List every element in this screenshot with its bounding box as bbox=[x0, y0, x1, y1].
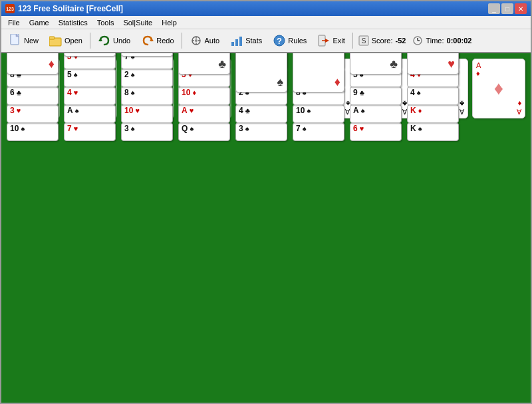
svg-marker-6 bbox=[98, 38, 102, 41]
new-icon bbox=[9, 34, 22, 47]
playing-card[interactable]: K ♠ bbox=[407, 122, 459, 141]
score-icon: S bbox=[358, 35, 369, 46]
menu-game[interactable]: Game bbox=[25, 17, 53, 28]
playing-card[interactable]: 6 ♥ bbox=[350, 122, 402, 141]
playing-card[interactable]: 5 ♠ bbox=[64, 69, 116, 87]
tableau-column-2: 7 ♥ A ♠ 4 ♥ 5 ♠ J ♥ K ♠ 9 ♠ 6 ♣ ♣ bbox=[64, 122, 117, 397]
tableau-column-1: 10 ♠ 3 ♥ 6 ♣ 8 ♣ 9 ♥ 8 ♠ 2 ♦ ♦ bbox=[7, 122, 60, 397]
undo-button[interactable]: Undo bbox=[93, 31, 135, 50]
playing-card[interactable]: 5 ♣ ♣ bbox=[178, 53, 230, 75]
score-value: -52 bbox=[396, 37, 406, 45]
playing-card[interactable]: 10 ♥ bbox=[121, 104, 173, 123]
close-button[interactable]: ✕ bbox=[515, 3, 527, 14]
menu-help[interactable]: Help bbox=[158, 17, 181, 28]
svg-point-9 bbox=[195, 39, 198, 42]
menu-file[interactable]: File bbox=[4, 17, 24, 28]
stats-button[interactable]: Stats bbox=[225, 31, 267, 50]
playing-card[interactable]: 3 ♠ bbox=[121, 122, 173, 141]
playing-card[interactable]: 3 ♠ bbox=[235, 122, 287, 141]
time-icon bbox=[412, 35, 423, 46]
open-button[interactable]: Open bbox=[45, 31, 87, 50]
tableau: 10 ♠ 3 ♥ 6 ♣ 8 ♣ 9 ♥ 8 ♠ 2 ♦ ♦ 7 ♥ A ♠ 4… bbox=[7, 122, 525, 397]
title-controls: _ □ ✕ bbox=[488, 3, 527, 14]
auto-button[interactable]: Auto bbox=[185, 31, 225, 50]
tableau-column-7: 6 ♥ A ♠ 9 ♣ 5 ♠ 7 ♣ 6 ♣ 2 ♣ ♣ bbox=[350, 122, 403, 397]
svg-rect-12 bbox=[239, 37, 242, 46]
menu-bar: File Game Statistics Tools Sol|Suite Hel… bbox=[1, 16, 531, 29]
undo-icon bbox=[98, 34, 111, 47]
title-bar-left: 123 123 Free Solitaire [FreeCell] bbox=[5, 4, 123, 13]
exit-button[interactable]: Exit bbox=[313, 31, 349, 50]
svg-text:?: ? bbox=[277, 36, 282, 46]
playing-card[interactable]: 4 ♣ bbox=[235, 104, 287, 123]
stats-icon bbox=[230, 34, 243, 47]
redo-icon bbox=[141, 34, 154, 47]
time-area: Time: 0:00:02 bbox=[412, 35, 471, 46]
tableau-column-4: Q ♠ A ♥ 10 ♦ 5 ♥ K ♥ 9 ♠ 5 ♣ ♣ bbox=[178, 122, 231, 397]
playing-card[interactable]: 4 ♥ bbox=[64, 87, 116, 105]
main-window: 123 123 Free Solitaire [FreeCell] _ □ ✕ … bbox=[0, 0, 532, 404]
toolbar: New Open Undo Redo Auto bbox=[1, 29, 531, 53]
playing-card[interactable]: 10 ♠ ♠ bbox=[121, 53, 173, 57]
open-icon bbox=[49, 34, 63, 47]
playing-card[interactable]: 10 ♦ bbox=[178, 87, 230, 105]
playing-card[interactable]: 7 ♠ bbox=[293, 122, 344, 141]
playing-card[interactable]: 4 ♠ bbox=[407, 87, 459, 105]
tableau-column-6: 7 ♠ 10 ♠ 8 ♠ 3 ♥ Q ♠ A ♦ ♦ bbox=[293, 122, 346, 397]
menu-tools[interactable]: Tools bbox=[93, 17, 118, 28]
playing-card[interactable]: 2 ♦ ♦ bbox=[7, 53, 59, 75]
playing-card[interactable]: 7 ♥ bbox=[64, 122, 116, 141]
maximize-button[interactable]: □ bbox=[501, 3, 513, 14]
auto-icon bbox=[190, 34, 203, 47]
playing-card[interactable]: 6 ♣ ♣ bbox=[64, 53, 116, 57]
game-area: A♠ ♠ A♠ A♣ ♣ A♣ A♣ ♣ A♣ A♦ ♦ A♦ bbox=[1, 53, 531, 403]
separator-3 bbox=[352, 33, 353, 49]
playing-card[interactable]: Q ♠ bbox=[178, 122, 230, 141]
playing-card[interactable]: 9 ♣ bbox=[350, 87, 402, 105]
tableau-column-8: K ♠ K ♦ 4 ♠ 4 ♥ J ♣ Q ♥ 10 ♥ ♥ bbox=[407, 122, 460, 397]
svg-rect-11 bbox=[235, 39, 238, 46]
separator-2 bbox=[182, 33, 182, 49]
playing-card[interactable]: K ♦ bbox=[407, 104, 459, 123]
score-area: S Score: -52 bbox=[358, 35, 406, 46]
minimize-button[interactable]: _ bbox=[488, 3, 500, 14]
playing-card[interactable]: 3 ♥ bbox=[7, 104, 59, 123]
playing-card[interactable]: A ♠ ♠ bbox=[235, 53, 287, 93]
playing-card[interactable]: 2 ♣ ♣ bbox=[350, 53, 402, 75]
playing-card[interactable]: 10 ♠ bbox=[7, 122, 59, 141]
playing-card[interactable]: A ♠ bbox=[64, 104, 116, 123]
separator-1 bbox=[90, 33, 90, 49]
menu-statistics[interactable]: Statistics bbox=[55, 17, 92, 28]
playing-card[interactable]: A ♠ bbox=[350, 104, 402, 123]
playing-card[interactable]: A ♦ ♦ bbox=[293, 53, 344, 93]
title-bar: 123 123 Free Solitaire [FreeCell] _ □ ✕ bbox=[1, 1, 531, 16]
redo-button[interactable]: Redo bbox=[136, 31, 178, 50]
tableau-column-5: 3 ♠ 4 ♣ 2 ♠ 6 ♥ J ♥ A ♠ ♠ bbox=[235, 122, 289, 397]
playing-card[interactable]: A ♥ bbox=[178, 104, 230, 123]
time-value: 0:00:02 bbox=[447, 37, 472, 45]
menu-solsuite[interactable]: Sol|Suite bbox=[119, 17, 156, 28]
playing-card[interactable]: 10 ♥ ♥ bbox=[407, 53, 459, 75]
help-icon: ? bbox=[273, 34, 286, 47]
svg-text:S: S bbox=[361, 37, 366, 45]
window-title: 123 Free Solitaire [FreeCell] bbox=[18, 4, 123, 13]
playing-card[interactable]: 8 ♠ bbox=[121, 87, 173, 105]
playing-card[interactable]: 2 ♠ bbox=[121, 69, 173, 87]
exit-icon bbox=[317, 34, 331, 47]
app-icon: 123 bbox=[5, 4, 15, 13]
playing-card[interactable]: 6 ♣ bbox=[7, 87, 59, 105]
playing-card[interactable]: 10 ♠ bbox=[293, 104, 344, 123]
foundation-4[interactable]: A♦ ♦ A♦ bbox=[472, 59, 525, 118]
tableau-column-3: 3 ♠ 10 ♥ 8 ♠ 2 ♠ 7 ♠ 6 ♦ Q ♠ 10 ♠ ♠ bbox=[121, 122, 174, 397]
svg-rect-10 bbox=[231, 42, 234, 46]
svg-rect-5 bbox=[49, 37, 55, 39]
new-button[interactable]: New bbox=[4, 31, 43, 50]
rules-button[interactable]: ? Rules bbox=[268, 31, 311, 50]
